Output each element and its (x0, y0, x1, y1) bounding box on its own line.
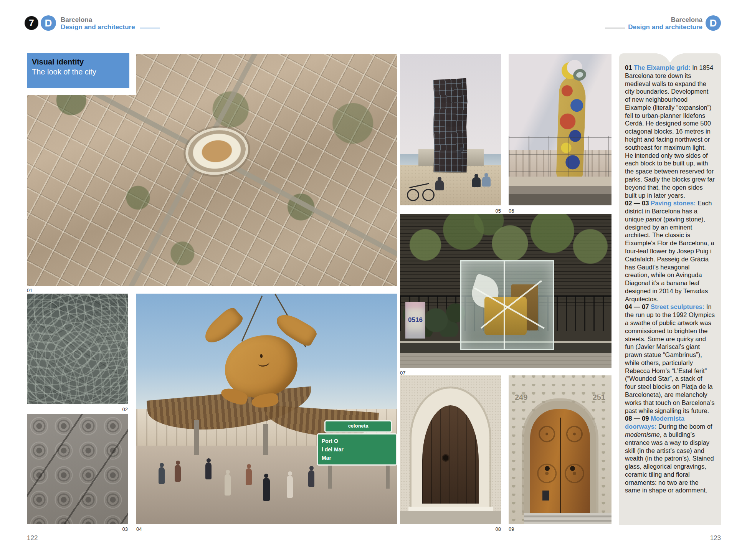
glass-cube (460, 260, 554, 350)
section-title-box: Visual identity The look of the city (27, 53, 129, 88)
photo-label-09: 09 (509, 526, 514, 532)
photo-glass-cube-monument: 0516 (400, 214, 611, 368)
pedestrian-figure (287, 476, 293, 498)
photo-dark-wooden-doorway (400, 375, 501, 524)
sign-pole (386, 466, 390, 489)
pedestrian-figure (225, 474, 231, 496)
graffiti-pillar: 0516 (405, 302, 425, 339)
bicycle-wheel (422, 189, 435, 201)
yellow-sofa (484, 297, 527, 335)
pedestrian-figure (308, 470, 314, 487)
page-title: Visual identity (32, 57, 129, 67)
steel-block (433, 102, 467, 128)
header-section: Design and architecture (61, 23, 135, 31)
sidebar-info-panel: 01 The Eixample grid: In 1854 Barcelona … (619, 53, 721, 525)
design-section-d-icon: D (41, 15, 56, 31)
steel-block (434, 150, 467, 172)
photo-label-06: 06 (509, 208, 514, 214)
sign-text: l del Mar (322, 445, 392, 454)
pedestrian-figure (175, 465, 181, 482)
pergola-post (263, 424, 268, 455)
graffiti-text: 0516 (408, 316, 423, 324)
sitting-person (472, 177, 481, 187)
sitting-person (482, 177, 491, 187)
prawn-smile (258, 358, 270, 367)
sign-text: Mar (322, 454, 392, 462)
pavement (400, 353, 611, 368)
page-number-right: 123 (644, 534, 721, 542)
photo-label-08: 08 (400, 526, 501, 532)
photo-gaudi-hexagon-paving (27, 294, 128, 404)
section-letter: D (710, 17, 717, 29)
photo-label-05: 05 (400, 208, 501, 214)
header-section: Design and architecture (576, 23, 702, 31)
sign-pole (328, 466, 332, 489)
sign-text: celoneta (348, 423, 369, 429)
photo-gambrinus-promenade: celoneta Port O l del Mar Mar (136, 294, 397, 524)
bicycle-wheel (407, 189, 419, 201)
prawn-eye (260, 354, 263, 358)
photo-modernista-doorway: 249 251 (509, 375, 611, 524)
design-section-d-icon: D (706, 15, 721, 31)
door-knocker (545, 466, 550, 471)
pedestrian-figure (246, 468, 252, 485)
header-right: Barcelona Design and architecture (576, 16, 702, 31)
sitting-person (435, 180, 444, 190)
standing-person (458, 150, 461, 157)
photo-label-01: 01 (27, 287, 32, 293)
page-subtitle: The look of the city (32, 67, 129, 77)
section-letter: D (45, 17, 52, 29)
chapter-number-badge: 7 (25, 16, 38, 30)
doorstep (408, 507, 493, 511)
sign-text: Port O (322, 437, 392, 445)
street-sign-barceloneta: celoneta (324, 420, 392, 433)
street-sign-port: Port O l del Mar Mar (317, 433, 397, 466)
house-number-right: 251 (593, 393, 605, 402)
header-city: Barcelona (61, 16, 135, 23)
chapter-number: 7 (29, 18, 34, 28)
photo-flor-de-barcelona-paving (27, 414, 128, 524)
photo-miro-woman-and-bird (509, 54, 611, 205)
rooftop-walkway (509, 177, 611, 205)
steel-block (433, 78, 467, 104)
carved-double-doors (530, 409, 590, 513)
pedestrian-figure (263, 478, 270, 501)
door-knocker (443, 455, 448, 461)
photo-label-04: 04 (136, 526, 142, 532)
pavement (400, 511, 501, 524)
pedestrian-figure (205, 463, 212, 479)
pedestrian-figure (159, 467, 165, 484)
page-number-left: 122 (27, 534, 38, 542)
pergola-post (194, 420, 199, 455)
photo-wounded-star-tower (400, 54, 501, 205)
photo-label-03: 03 (27, 526, 128, 532)
header-left: Barcelona Design and architecture (61, 16, 135, 31)
house-number-left: 249 (515, 393, 527, 402)
mailbox (542, 491, 549, 501)
entrance-steps (524, 513, 611, 524)
header-rule-left (140, 28, 160, 28)
header-city: Barcelona (576, 16, 702, 23)
photo-label-07: 07 (400, 370, 405, 376)
sidebar-caption-text: 01 The Eixample grid: In 1854 Barcelona … (625, 64, 715, 494)
photo-label-02: 02 (27, 406, 128, 412)
door-knocker (570, 466, 575, 471)
